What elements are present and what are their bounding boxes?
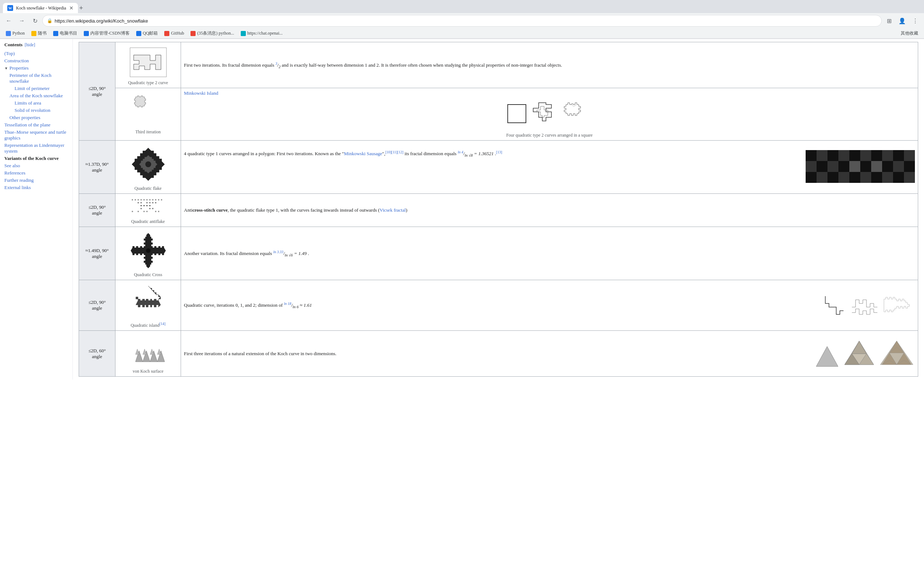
vicsek-fractal-link[interactable]: Vicsek fractal (380, 207, 406, 213)
toc-link-tessellation[interactable]: Tessellation of the plane (4, 122, 51, 128)
toc-link-external-links[interactable]: External links (4, 185, 31, 190)
image-caption-antiflake: Quadratic antiflake (118, 219, 178, 224)
toc-item-see-also[interactable]: See also (4, 162, 68, 170)
svg-rect-37 (146, 199, 147, 200)
svg-rect-12 (893, 150, 904, 161)
toc-item-properties[interactable]: ▼ Properties (4, 64, 68, 72)
toc-link-solid-revolution[interactable]: Solid of revolution (15, 108, 50, 113)
reload-button[interactable]: ↻ (29, 15, 41, 27)
dimension-cell-antiflake: ≤2D, 90°angle (79, 194, 116, 227)
toc-link-construction[interactable]: Construction (4, 58, 29, 63)
toc-heading: Contents (4, 42, 22, 48)
math-dim-flake: ln 4/ln √8 = 1.36521 (458, 151, 495, 156)
svg-rect-28 (838, 172, 849, 183)
svg-rect-16 (871, 172, 882, 183)
bookmark-qq[interactable]: QQ邮箱 (133, 30, 160, 37)
toc-link-top[interactable]: (Top) (4, 51, 15, 56)
bookmark-github[interactable]: GitHub (161, 30, 187, 37)
bookmark-label: 随书 (38, 30, 46, 36)
toc-link-see-also[interactable]: See also (4, 163, 20, 168)
table-row: ≈1.49D, 90°angle Quadratic Cross Another… (79, 227, 918, 280)
toc-item-perimeter[interactable]: Perimeter of the Koch snowflake (4, 72, 68, 85)
tab-close-button[interactable]: ✕ (69, 5, 74, 11)
toc-item-variants[interactable]: Variants of the Koch curve (4, 155, 68, 162)
minkowski-images (184, 96, 915, 131)
bookmark-diannao[interactable]: 电脑书目 (50, 30, 80, 37)
extensions-button[interactable]: ⊞ (883, 15, 895, 27)
toc-item-limit-perimeter[interactable]: Limit of perimeter (4, 85, 68, 92)
forward-button[interactable]: → (16, 15, 28, 27)
svg-marker-74 (158, 349, 161, 354)
svg-rect-6 (816, 161, 828, 172)
bookmark-neirong[interactable]: 内容管理-CSDN博客 (81, 30, 133, 37)
toc-link-properties[interactable]: Properties (9, 65, 29, 71)
toc-item-top[interactable]: (Top) (4, 50, 68, 57)
bookmark-openai[interactable]: https://chat.openai... (238, 30, 285, 37)
toc-item-representation[interactable]: Representation as Lindenmayer system (4, 142, 68, 155)
bookmark-suishu[interactable]: 随书 (28, 30, 50, 37)
back-button[interactable]: ← (3, 15, 15, 27)
toc-item-references[interactable]: References (4, 170, 68, 177)
toc-item-limits-area[interactable]: Limits of area (4, 99, 68, 107)
toc-hide-button[interactable]: [hide] (25, 42, 35, 48)
toc-item-area[interactable]: Area of the Koch snowflake (4, 92, 68, 99)
toc-link-area[interactable]: Area of the Koch snowflake (9, 93, 63, 98)
svg-point-2 (146, 161, 151, 167)
toc-item-thue-morse[interactable]: Thue–Morse sequence and turtle graphics (4, 129, 68, 142)
svg-rect-33 (135, 199, 136, 200)
url-input[interactable] (55, 18, 877, 24)
svg-rect-58 (144, 211, 145, 212)
antiflake-svg (128, 198, 168, 218)
address-bar[interactable]: 🔒 (42, 15, 882, 27)
svg-rect-36 (144, 199, 145, 200)
bookmark-favicon (241, 31, 246, 36)
toc-collapse-icon[interactable]: ▼ (4, 66, 8, 70)
surface-iter0-svg (814, 345, 840, 368)
svg-rect-24 (882, 150, 893, 161)
browser-chrome: W Koch snowflake - Wikipedia ✕ + ← → ↻ 🔒… (0, 0, 924, 39)
toc-link-limits-area[interactable]: Limits of area (15, 100, 41, 106)
svg-rect-50 (144, 205, 145, 206)
mink-square-svg (506, 103, 528, 124)
toc-item-solid-revolution[interactable]: Solid of revolution (4, 107, 68, 114)
svg-rect-15 (849, 172, 860, 183)
toc-link-limit-perimeter[interactable]: Limit of perimeter (15, 86, 50, 91)
profile-button[interactable]: 👤 (896, 15, 908, 27)
svg-rect-32 (132, 199, 133, 200)
toc-link-thue-morse[interactable]: Thue–Morse sequence and turtle graphics (4, 129, 66, 141)
bookmark-python2[interactable]: (35条消息) python... (188, 30, 237, 37)
quadratic-type2-svg (128, 46, 168, 79)
bookmark-more[interactable]: 其他收藏 (898, 30, 921, 37)
svg-rect-7 (838, 161, 849, 172)
new-tab-button[interactable]: + (80, 4, 83, 12)
svg-rect-10 (860, 161, 871, 172)
toc-link-further-reading[interactable]: Further reading (4, 177, 34, 183)
svg-rect-18 (904, 161, 915, 172)
toc-link-variants[interactable]: Variants of the Koch curve (4, 156, 58, 161)
minkowski-island-link[interactable]: Minkowski Island (184, 90, 218, 96)
toc-link-representation[interactable]: Representation as Lindenmayer system (4, 142, 64, 154)
toc-item-other-properties[interactable]: Other properties (4, 114, 68, 121)
menu-button[interactable]: ⋮ (909, 15, 921, 27)
variants-table: ≤2D, 90°angle Quadratic type 2 curve (79, 42, 918, 376)
toc-link-other-properties[interactable]: Other properties (9, 115, 40, 120)
von-koch-surface-svg (128, 334, 168, 367)
minkowski-sausage-link[interactable]: Minkowski Sausage (344, 151, 382, 156)
active-tab[interactable]: W Koch snowflake - Wikipedia ✕ (3, 3, 78, 13)
bookmark-python[interactable]: Python (3, 30, 28, 37)
toc-link-references[interactable]: References (4, 170, 26, 176)
svg-rect-5 (828, 150, 838, 161)
toolbar-right: ⊞ 👤 ⋮ (883, 15, 921, 27)
image-cell-antiflake: Quadratic antiflake (116, 194, 181, 227)
island-iter2-svg (882, 292, 915, 319)
description-cell-antiflake: Anticross-stitch curve, the quadratic fl… (181, 194, 918, 227)
toc-link-perimeter[interactable]: Perimeter of the Koch snowflake (9, 72, 51, 84)
bookmark-label: https://chat.openai... (247, 31, 283, 36)
toc-item-further-reading[interactable]: Further reading (4, 177, 68, 184)
dimension-cell-island: ≤2D, 90°angle (79, 280, 116, 331)
svg-rect-52 (149, 205, 150, 206)
toc-item-construction[interactable]: Construction (4, 57, 68, 64)
dimension-cell: ≤2D, 90°angle (79, 42, 116, 141)
toc-item-tessellation[interactable]: Tessellation of the plane (4, 121, 68, 129)
toc-item-external-links[interactable]: External links (4, 184, 68, 191)
